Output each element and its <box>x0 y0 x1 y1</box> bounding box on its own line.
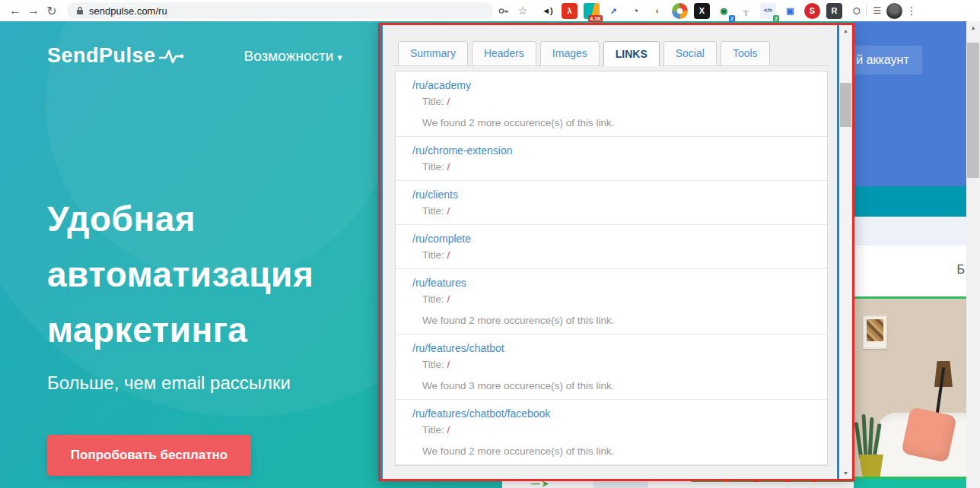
pulse-icon <box>159 48 185 65</box>
url-text: sendpulse.com/ru <box>89 5 167 17</box>
lock-icon <box>76 6 84 15</box>
try-free-button[interactable]: Попробовать бесплатно <box>47 435 251 476</box>
red-lambda-icon[interactable]: λ <box>562 3 578 19</box>
link-title: Title: / <box>412 205 819 217</box>
partial-text: Б <box>957 263 966 277</box>
popup-scroll-up-arrow[interactable]: ▲ <box>839 25 852 36</box>
link-title: Title: / <box>412 293 819 305</box>
extension-icons-row: ◄)λ4.1K➚◔◐X◉2╥</>2▣SR⬡ <box>539 3 864 19</box>
white-band <box>854 246 966 296</box>
bottom-green-bordered-box <box>691 480 854 488</box>
code-icon-badge: 2 <box>773 15 779 22</box>
compass-icon[interactable]: ◔ <box>628 3 644 19</box>
hero-title-line: маркетинга <box>47 303 313 358</box>
joomla-icon[interactable] <box>672 3 688 19</box>
sphere-icon[interactable]: ◐ <box>650 3 666 19</box>
tab-summary[interactable]: Summary <box>398 41 468 65</box>
reload-icon[interactable]: ↻ <box>43 2 61 20</box>
popup-tabs: SummaryHeadersImagesLINKSSocialTools <box>393 41 829 66</box>
q-seo-icon[interactable]: ◉2 <box>716 3 732 19</box>
tab-tools[interactable]: Tools <box>721 41 770 65</box>
link-url[interactable]: /ru/complete <box>412 233 819 245</box>
hero-title-line: автоматизация <box>47 247 313 303</box>
signup-blue-panel: й аккаунт <box>854 21 966 186</box>
tab-links[interactable]: LINKS <box>603 41 660 66</box>
similarweb-traffic-icon-badge: 4.1K <box>588 15 603 22</box>
blue-tag-icon[interactable]: ▣ <box>782 3 798 19</box>
tab-list-icon[interactable]: ☰ <box>868 2 886 20</box>
scroll-up-arrow[interactable]: ▲ <box>966 21 980 33</box>
tab-images[interactable]: Images <box>540 41 600 65</box>
wall-frame <box>863 315 887 349</box>
similarweb-traffic-icon[interactable]: 4.1K <box>584 3 600 19</box>
browser-menu-icon[interactable]: ⋮ <box>902 2 921 20</box>
link-entry: /ru/features/chatbotTitle: /We found 3 m… <box>396 334 827 400</box>
link-occurrence-note: We found 2 more occurence(s) of this lin… <box>412 117 819 128</box>
key-icon[interactable] <box>498 5 509 17</box>
link-title: Title: / <box>412 161 819 173</box>
link-title: Title: / <box>412 96 819 107</box>
forward-icon[interactable]: → <box>24 2 43 20</box>
gray-blocks-icon[interactable]: ╥ <box>738 3 754 19</box>
code-icon[interactable]: </>2 <box>760 3 776 19</box>
x-icon[interactable]: X <box>694 3 710 19</box>
hero-title-line: Удобная <box>47 192 313 247</box>
link-url[interactable]: /ru/clients <box>412 189 819 201</box>
link-occurrence-note: We found 3 more occurence(s) of this lin… <box>412 380 819 391</box>
popup-scrollbar[interactable]: ▲ ▼ <box>839 25 852 479</box>
q-seo-icon-badge: 2 <box>729 15 735 22</box>
page-scrollbar[interactable]: ▲ <box>966 21 980 488</box>
popup-scrollbar-thumb[interactable] <box>840 83 851 127</box>
link-url[interactable]: /ru/chrome-extension <box>412 144 819 157</box>
link-entry: /ru/featuresTitle: /We found 2 more occu… <box>396 269 827 334</box>
link-entry: /ru/completeTitle: / <box>396 225 827 269</box>
seo-s-icon[interactable]: S <box>804 3 820 19</box>
hero-title: Удобнаяавтоматизациямаркетинга <box>47 192 313 358</box>
logo-text: SendPulse <box>47 44 156 68</box>
links-card: /ru/academyTitle: /We found 2 more occur… <box>395 71 828 466</box>
hero-subtitle: Больше, чем email рассылки <box>47 372 291 394</box>
bottom-white-block: — ➤ <box>502 480 593 488</box>
page-viewport: SendPulse Возможности▾ЦеныП Удобнаяавтом… <box>0 21 980 488</box>
light-band <box>854 217 966 246</box>
profile-avatar[interactable] <box>886 3 902 19</box>
link-url[interactable]: /ru/features <box>412 277 819 289</box>
tab-social[interactable]: Social <box>663 41 717 65</box>
link-occurrence-note: We found 2 more occurence(s) of this lin… <box>412 315 819 326</box>
popup-scroll-down-arrow[interactable]: ▼ <box>839 467 852 479</box>
bottom-gray-block <box>593 480 648 488</box>
tab-headers[interactable]: Headers <box>472 41 536 65</box>
link-title: Title: / <box>412 249 819 261</box>
teal-band <box>854 186 966 217</box>
link-entry: /ru/clientsTitle: / <box>396 181 827 225</box>
link-url[interactable]: /ru/academy <box>412 79 819 91</box>
bottom-white-block-2 <box>648 480 691 488</box>
bookmark-star-icon[interactable]: ☆ <box>514 2 532 20</box>
links-list: /ru/academyTitle: /We found 2 more occur… <box>396 71 827 466</box>
interior-photo <box>854 299 966 479</box>
snake-plant <box>855 413 886 458</box>
link-title: Title: / <box>412 424 819 436</box>
page-scrollbar-thumb[interactable] <box>967 43 979 178</box>
chevron-down-icon: ▾ <box>337 52 342 63</box>
link-url[interactable]: /ru/features/chatbot <box>412 342 819 354</box>
speaker-icon[interactable]: ◄) <box>539 3 555 19</box>
back-icon[interactable]: ← <box>6 2 24 20</box>
link-occurrence-note: We found 2 more occurence(s) of this lin… <box>412 445 819 457</box>
sendpulse-logo[interactable]: SendPulse <box>47 44 185 68</box>
right-page-strip: й аккаунт Б <box>854 21 966 488</box>
address-bar[interactable]: sendpulse.com/ru <box>67 2 493 19</box>
toolbar-separator <box>866 5 867 17</box>
r-icon[interactable]: R <box>826 3 842 19</box>
nav-item-features[interactable]: Возможности▾ <box>244 48 342 65</box>
seo-extension-popup: SummaryHeadersImagesLINKSSocialTools /ru… <box>378 23 854 481</box>
account-button[interactable]: й аккаунт <box>854 46 922 74</box>
coral-pillow <box>901 407 957 463</box>
link-entry: /ru/academyTitle: /We found 2 more occur… <box>396 71 827 137</box>
link-entry: /ru/chrome-extensionTitle: / <box>396 137 827 181</box>
browser-toolbar: ← → ↻ sendpulse.com/ru ☆ ◄)λ4.1K➚◔◐X◉2╥<… <box>0 0 980 21</box>
puzzle-icon[interactable]: ⬡ <box>848 3 864 19</box>
link-title: Title: / <box>412 359 819 370</box>
growth-arrow-icon[interactable]: ➚ <box>606 3 622 19</box>
link-url[interactable]: /ru/features/chatbot/facebook <box>412 407 819 420</box>
